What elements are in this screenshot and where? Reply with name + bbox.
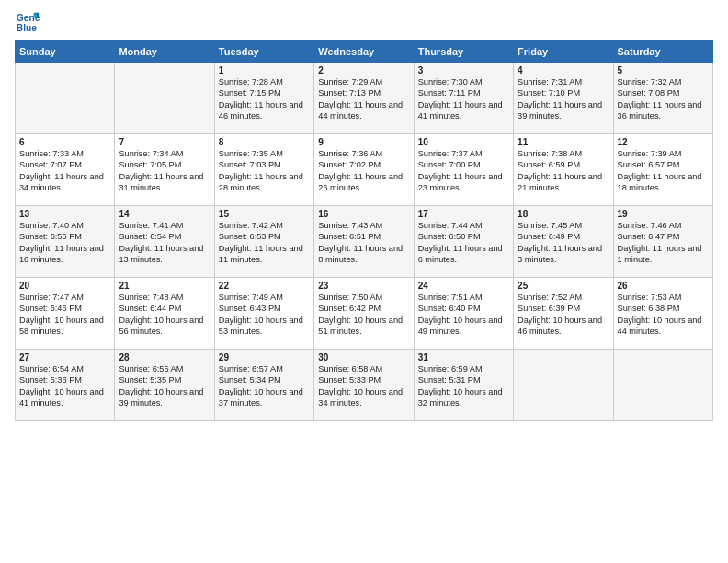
- day-number: 30: [318, 352, 409, 362]
- calendar-cell: 25Sunrise: 7:52 AMSunset: 6:39 PMDayligh…: [514, 278, 613, 350]
- header-day: Wednesday: [314, 41, 414, 63]
- day-details: Sunrise: 7:29 AMSunset: 7:13 PMDaylight:…: [318, 76, 409, 122]
- day-number: 22: [219, 281, 310, 291]
- day-number: 4: [518, 65, 609, 75]
- calendar-cell: 13Sunrise: 7:40 AMSunset: 6:56 PMDayligh…: [16, 206, 115, 278]
- day-details: Sunrise: 7:47 AMSunset: 6:46 PMDaylight:…: [19, 292, 110, 338]
- day-details: Sunrise: 6:58 AMSunset: 5:33 PMDaylight:…: [318, 363, 409, 409]
- daylight-text: Daylight: 11 hours and 31 minutes.: [119, 172, 203, 192]
- day-number: 8: [219, 137, 310, 147]
- daylight-text: Daylight: 11 hours and 23 minutes.: [418, 172, 503, 192]
- logo: General Blue: [15, 9, 42, 35]
- sunrise-text: Sunrise: 7:45 AM: [518, 221, 582, 230]
- day-number: 7: [119, 137, 210, 147]
- sunset-text: Sunset: 5:34 PM: [219, 375, 281, 385]
- sunset-text: Sunset: 7:00 PM: [418, 160, 481, 169]
- daylight-text: Daylight: 11 hours and 21 minutes.: [518, 172, 602, 192]
- sunrise-text: Sunrise: 7:48 AM: [119, 293, 183, 302]
- day-number: 29: [219, 352, 310, 362]
- day-details: Sunrise: 7:38 AMSunset: 6:59 PMDaylight:…: [518, 148, 609, 194]
- logo-icon: General Blue: [15, 9, 40, 35]
- sunset-text: Sunset: 6:56 PM: [19, 232, 82, 241]
- day-details: Sunrise: 6:55 AMSunset: 5:35 PMDaylight:…: [119, 363, 210, 409]
- header-day: Thursday: [414, 41, 513, 63]
- calendar-cell: 22Sunrise: 7:49 AMSunset: 6:43 PMDayligh…: [214, 278, 313, 350]
- calendar-cell: 29Sunrise: 6:57 AMSunset: 5:34 PMDayligh…: [214, 350, 313, 421]
- sunrise-text: Sunrise: 7:52 AM: [518, 293, 582, 302]
- sunset-text: Sunset: 6:39 PM: [518, 304, 580, 313]
- header-day: Tuesday: [214, 41, 313, 63]
- sunrise-text: Sunrise: 7:42 AM: [219, 221, 283, 230]
- day-details: Sunrise: 7:28 AMSunset: 7:15 PMDaylight:…: [219, 76, 310, 122]
- sunrise-text: Sunrise: 7:53 AM: [618, 293, 682, 302]
- daylight-text: Daylight: 11 hours and 16 minutes.: [19, 244, 104, 264]
- calendar-cell: 20Sunrise: 7:47 AMSunset: 6:46 PMDayligh…: [16, 278, 115, 350]
- daylight-text: Daylight: 11 hours and 39 minutes.: [518, 100, 602, 121]
- daylight-text: Daylight: 10 hours and 53 minutes.: [219, 316, 303, 336]
- day-details: Sunrise: 6:54 AMSunset: 5:36 PMDaylight:…: [19, 363, 110, 409]
- sunrise-text: Sunrise: 7:41 AM: [119, 221, 183, 230]
- daylight-text: Daylight: 11 hours and 18 minutes.: [618, 172, 702, 192]
- daylight-text: Daylight: 10 hours and 32 minutes.: [418, 387, 503, 408]
- sunrise-text: Sunrise: 7:35 AM: [219, 149, 283, 158]
- daylight-text: Daylight: 10 hours and 46 minutes.: [518, 316, 602, 336]
- calendar-week: 6Sunrise: 7:33 AMSunset: 7:07 PMDaylight…: [16, 134, 713, 206]
- sunset-text: Sunset: 6:43 PM: [219, 304, 281, 313]
- day-details: Sunrise: 7:33 AMSunset: 7:07 PMDaylight:…: [19, 148, 110, 194]
- day-number: 25: [518, 281, 609, 291]
- sunset-text: Sunset: 6:59 PM: [518, 160, 580, 169]
- day-details: Sunrise: 7:51 AMSunset: 6:40 PMDaylight:…: [418, 292, 509, 338]
- calendar-cell: 19Sunrise: 7:46 AMSunset: 6:47 PMDayligh…: [613, 206, 712, 278]
- sunrise-text: Sunrise: 6:54 AM: [19, 364, 84, 373]
- sunset-text: Sunset: 6:40 PM: [418, 304, 481, 313]
- sunrise-text: Sunrise: 7:49 AM: [219, 293, 283, 302]
- sunset-text: Sunset: 6:57 PM: [618, 160, 680, 169]
- calendar-cell: 23Sunrise: 7:50 AMSunset: 6:42 PMDayligh…: [314, 278, 414, 350]
- daylight-text: Daylight: 11 hours and 8 minutes.: [318, 244, 403, 264]
- day-number: 14: [119, 209, 210, 219]
- daylight-text: Daylight: 10 hours and 44 minutes.: [618, 316, 702, 336]
- calendar-cell: 18Sunrise: 7:45 AMSunset: 6:49 PMDayligh…: [514, 206, 613, 278]
- sunset-text: Sunset: 5:35 PM: [119, 375, 181, 385]
- day-number: 26: [618, 281, 709, 291]
- day-details: Sunrise: 7:37 AMSunset: 7:00 PMDaylight:…: [418, 148, 509, 194]
- sunset-text: Sunset: 6:46 PM: [19, 304, 82, 313]
- calendar-header: SundayMondayTuesdayWednesdayThursdayFrid…: [16, 41, 713, 63]
- sunrise-text: Sunrise: 7:31 AM: [518, 77, 582, 86]
- day-details: Sunrise: 7:46 AMSunset: 6:47 PMDaylight:…: [618, 220, 709, 266]
- calendar-week: 13Sunrise: 7:40 AMSunset: 6:56 PMDayligh…: [16, 206, 713, 278]
- sunset-text: Sunset: 7:07 PM: [19, 160, 82, 169]
- day-number: 6: [19, 137, 110, 147]
- sunrise-text: Sunrise: 7:40 AM: [19, 221, 84, 230]
- calendar-body: 1Sunrise: 7:28 AMSunset: 7:15 PMDaylight…: [16, 63, 713, 421]
- day-number: 5: [618, 65, 709, 75]
- daylight-text: Daylight: 11 hours and 46 minutes.: [219, 100, 303, 121]
- sunrise-text: Sunrise: 7:28 AM: [219, 77, 283, 86]
- day-number: 18: [518, 209, 609, 219]
- header-day: Monday: [115, 41, 214, 63]
- sunrise-text: Sunrise: 7:29 AM: [318, 77, 382, 86]
- calendar-cell: 7Sunrise: 7:34 AMSunset: 7:05 PMDaylight…: [115, 134, 214, 206]
- daylight-text: Daylight: 11 hours and 28 minutes.: [219, 172, 303, 192]
- day-number: 3: [418, 65, 509, 75]
- calendar-cell: 1Sunrise: 7:28 AMSunset: 7:15 PMDaylight…: [214, 63, 313, 134]
- sunset-text: Sunset: 7:13 PM: [318, 88, 381, 98]
- sunrise-text: Sunrise: 7:51 AM: [418, 293, 483, 302]
- day-details: Sunrise: 7:34 AMSunset: 7:05 PMDaylight:…: [119, 148, 210, 194]
- sunset-text: Sunset: 6:42 PM: [318, 304, 381, 313]
- day-details: Sunrise: 7:32 AMSunset: 7:08 PMDaylight:…: [618, 76, 709, 122]
- sunrise-text: Sunrise: 7:30 AM: [418, 77, 483, 86]
- day-number: 2: [318, 65, 409, 75]
- daylight-text: Daylight: 11 hours and 36 minutes.: [618, 100, 702, 121]
- calendar-cell: 17Sunrise: 7:44 AMSunset: 6:50 PMDayligh…: [414, 206, 513, 278]
- sunrise-text: Sunrise: 7:39 AM: [618, 149, 682, 158]
- sunrise-text: Sunrise: 7:47 AM: [19, 293, 84, 302]
- day-number: 1: [219, 65, 310, 75]
- day-details: Sunrise: 7:50 AMSunset: 6:42 PMDaylight:…: [318, 292, 409, 338]
- day-number: 10: [418, 137, 509, 147]
- sunset-text: Sunset: 7:05 PM: [119, 160, 181, 169]
- day-number: 27: [19, 352, 110, 362]
- calendar-week: 27Sunrise: 6:54 AMSunset: 5:36 PMDayligh…: [16, 350, 713, 421]
- calendar-cell: 27Sunrise: 6:54 AMSunset: 5:36 PMDayligh…: [16, 350, 115, 421]
- calendar-cell: 4Sunrise: 7:31 AMSunset: 7:10 PMDaylight…: [514, 63, 613, 134]
